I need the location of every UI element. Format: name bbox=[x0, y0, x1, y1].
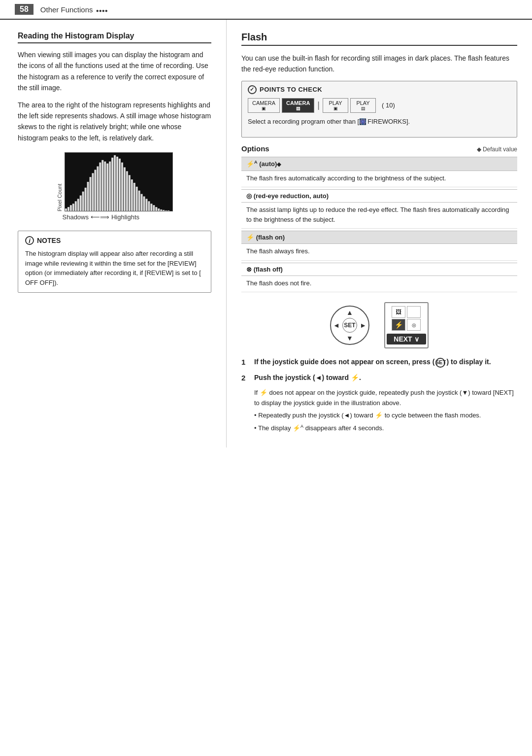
page-reference: ( 10) bbox=[382, 102, 395, 109]
options-header: Options ◆ Default value bbox=[241, 144, 517, 153]
svg-rect-41 bbox=[163, 210, 165, 211]
histogram-container: Pixel Count bbox=[18, 152, 211, 221]
svg-rect-26 bbox=[126, 171, 128, 211]
option-redeye-desc: The assist lamp lights up to reduce the … bbox=[241, 203, 517, 229]
mode-play-still: PLAY ▣ bbox=[323, 98, 348, 113]
set-button-icon: SET bbox=[435, 358, 445, 368]
next-label: NEXT bbox=[394, 335, 412, 343]
points-to-check-box: ✓ POINTS TO CHECK CAMERA ▣ CAMERA ▤ | PL… bbox=[241, 81, 517, 138]
mode-buttons: CAMERA ▣ CAMERA ▤ | PLAY ▣ PLAY ▤ ( 10) bbox=[248, 98, 511, 113]
next-cell-bottomleft: ⚡ bbox=[392, 319, 405, 331]
step-1-text: If the joystick guide does not appear on… bbox=[254, 356, 517, 368]
check-icon: ✓ bbox=[248, 85, 257, 94]
svg-rect-5 bbox=[74, 201, 76, 211]
svg-rect-11 bbox=[89, 177, 91, 211]
option-redeye-header: ◎ (red-eye reduction, auto) bbox=[241, 189, 517, 203]
svg-rect-2 bbox=[67, 207, 69, 211]
steps-section: 1 If the joystick guide does not appear … bbox=[241, 356, 517, 434]
option-flash-on-desc: The flash always fires. bbox=[241, 244, 517, 261]
sub-step-1: If ⚡ does not appear on the joystick gui… bbox=[241, 388, 517, 409]
svg-rect-15 bbox=[99, 163, 101, 211]
chevron-down-icon: ∨ bbox=[414, 335, 419, 343]
option-flash-on: ⚡ (flash on) The flash always fires. bbox=[241, 231, 517, 261]
step-1-num: 1 bbox=[241, 356, 251, 368]
notes-text: The histogram display will appear also a… bbox=[25, 249, 204, 287]
notes-box: i NOTES The histogram display will appea… bbox=[18, 231, 211, 293]
flash-auto-icon: ⚡ bbox=[246, 161, 254, 168]
next-panel: 🖼 ⚡ ◎ NEXT ∨ bbox=[384, 302, 429, 348]
joystick-circle: ▲ ▼ ◄ ► SET bbox=[330, 306, 369, 345]
step-2-text: Push the joystick (◄) toward ⚡. bbox=[254, 372, 517, 383]
notes-title: i NOTES bbox=[25, 236, 204, 245]
svg-rect-36 bbox=[150, 204, 152, 211]
svg-rect-12 bbox=[92, 173, 94, 211]
option-flash-off-header: ⊗ (flash off) bbox=[241, 263, 517, 276]
flash-off-icon: ⊗ bbox=[246, 266, 252, 273]
redeye-icon: ◎ bbox=[246, 192, 252, 200]
svg-rect-33 bbox=[143, 197, 145, 211]
svg-rect-30 bbox=[135, 187, 137, 211]
joy-right-arrow: ► bbox=[360, 321, 366, 329]
svg-rect-1 bbox=[65, 208, 67, 211]
svg-rect-34 bbox=[145, 199, 147, 211]
left-para-2: The area to the right of the histogram r… bbox=[18, 100, 211, 144]
option-flash-off-desc: The flash does not fire. bbox=[241, 276, 517, 293]
svg-rect-39 bbox=[158, 208, 160, 211]
notes-icon: i bbox=[25, 236, 34, 245]
next-cell-topleft: 🖼 bbox=[392, 306, 405, 318]
svg-rect-20 bbox=[111, 158, 113, 211]
right-intro: You can use the built-in flash for recor… bbox=[241, 53, 517, 75]
histogram-x-labels: Shadows ⟵⟹ Highlights bbox=[61, 213, 169, 221]
left-section-heading: Reading the Histogram Display bbox=[18, 32, 211, 43]
svg-rect-10 bbox=[87, 182, 89, 211]
flash-on-icon: ⚡ bbox=[246, 234, 254, 241]
bullet-step-1: Repeatedly push the joystick (◄) toward … bbox=[241, 411, 517, 421]
svg-rect-23 bbox=[119, 159, 121, 211]
svg-rect-31 bbox=[138, 191, 140, 211]
next-grid: 🖼 ⚡ ◎ bbox=[392, 306, 421, 331]
joy-down-arrow: ▼ bbox=[346, 334, 353, 342]
option-auto-desc: The flash fires automatically according … bbox=[241, 171, 517, 188]
set-label: SET bbox=[342, 318, 357, 333]
svg-rect-21 bbox=[114, 155, 116, 211]
svg-rect-22 bbox=[116, 157, 118, 211]
mode-play-video: PLAY ▤ bbox=[350, 98, 376, 113]
next-button[interactable]: NEXT ∨ bbox=[387, 334, 426, 344]
svg-rect-37 bbox=[153, 205, 155, 211]
histogram-svg bbox=[65, 153, 172, 211]
next-cell-topright bbox=[407, 306, 421, 318]
histogram-wrap: Pixel Count bbox=[57, 152, 173, 211]
flash-symbol: ⚡ bbox=[351, 374, 359, 381]
mode-camera-still: CAMERA ▣ bbox=[248, 98, 280, 113]
svg-rect-19 bbox=[109, 162, 111, 211]
points-to-check-title: ✓ POINTS TO CHECK bbox=[248, 85, 511, 94]
svg-rect-42 bbox=[165, 210, 167, 211]
svg-rect-35 bbox=[148, 201, 150, 211]
page-title: Other Functions ●●●● bbox=[40, 5, 108, 14]
svg-rect-13 bbox=[94, 170, 96, 211]
fireworks-icon: 🎆 bbox=[359, 117, 366, 126]
svg-rect-38 bbox=[155, 207, 157, 211]
svg-rect-28 bbox=[131, 179, 133, 211]
mode-separator: | bbox=[317, 100, 320, 110]
svg-rect-43 bbox=[167, 210, 169, 211]
option-auto: ⚡A (auto)◆ The flash fires automatically… bbox=[241, 157, 517, 187]
step-2: 2 Push the joystick (◄) toward ⚡. bbox=[241, 372, 517, 384]
default-note: ◆ Default value bbox=[477, 146, 517, 153]
option-redeye: ◎ (red-eye reduction, auto) The assist l… bbox=[241, 189, 517, 229]
svg-rect-29 bbox=[133, 183, 135, 211]
options-title: Options bbox=[241, 144, 269, 153]
left-para-1: When viewing still images you can displa… bbox=[18, 49, 211, 94]
page-header: 58 Other Functions ●●●● bbox=[0, 0, 532, 20]
next-top: 🖼 ⚡ ◎ bbox=[389, 306, 424, 331]
svg-rect-24 bbox=[121, 163, 123, 211]
svg-rect-32 bbox=[140, 194, 142, 211]
svg-rect-3 bbox=[69, 205, 71, 211]
option-flash-on-header: ⚡ (flash on) bbox=[241, 231, 517, 244]
svg-rect-25 bbox=[123, 168, 125, 211]
options-section: Options ◆ Default value ⚡A (auto)◆ The f… bbox=[241, 144, 517, 292]
joy-left-arrow: ◄ bbox=[333, 321, 340, 329]
right-column: Flash You can use the built-in flash for… bbox=[227, 20, 532, 447]
svg-rect-16 bbox=[101, 160, 103, 211]
svg-rect-9 bbox=[84, 188, 86, 211]
